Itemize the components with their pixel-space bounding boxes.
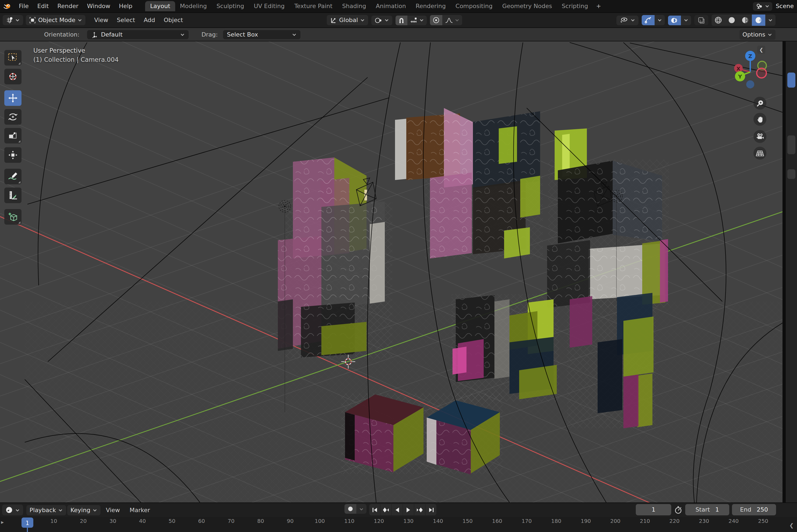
timeline-ruler[interactable]: 1020304050607080901001101201301401501601…: [0, 517, 797, 532]
tab-rendering[interactable]: Rendering: [411, 1, 451, 11]
eye-cursor-icon: [620, 17, 628, 23]
menu-file[interactable]: File: [15, 1, 33, 11]
snap-settings-dropdown[interactable]: [407, 15, 427, 25]
view-name-overlay: User Perspective: [33, 46, 119, 55]
orientation-dropdown[interactable]: Default: [87, 30, 189, 39]
viewport-menu-view[interactable]: View: [90, 15, 113, 25]
jump-to-start-button[interactable]: [369, 504, 380, 515]
play-button[interactable]: [403, 504, 414, 515]
timeline-menu-view[interactable]: View: [101, 505, 124, 515]
menu-edit[interactable]: Edit: [33, 1, 53, 11]
proportional-edit-toggle[interactable]: [430, 15, 442, 25]
tool-rotate[interactable]: [4, 109, 21, 125]
shading-solid-button[interactable]: [725, 15, 738, 26]
shading-rendered-button[interactable]: [752, 15, 765, 26]
shading-material-button[interactable]: [738, 15, 752, 26]
viewport-canvas[interactable]: User Perspective (1) Collection | Camera…: [0, 41, 782, 502]
chevron-down-icon: [15, 18, 20, 23]
scene-browse-button[interactable]: [753, 2, 773, 11]
nav-zoom-button[interactable]: [754, 97, 766, 110]
jump-to-end-button[interactable]: [425, 504, 436, 515]
snap-toggle[interactable]: [396, 15, 407, 25]
tab-shading[interactable]: Shading: [337, 1, 371, 11]
gizmo-dropdown[interactable]: [654, 16, 665, 24]
ruler-tick-140: 140: [433, 518, 443, 524]
tab-scripting[interactable]: Scripting: [557, 1, 593, 11]
timeline-editor-type-button[interactable]: [2, 505, 23, 515]
xray-toggle[interactable]: [694, 15, 708, 25]
tool-cursor[interactable]: [4, 69, 21, 84]
shading-dropdown[interactable]: [765, 16, 776, 24]
tab-compositing[interactable]: Compositing: [451, 1, 497, 11]
chevron-down-icon: [767, 32, 772, 37]
tool-annotate[interactable]: [4, 169, 21, 184]
svg-text:Y: Y: [738, 73, 742, 80]
add-workspace-button[interactable]: +: [593, 1, 604, 11]
frame-end-field[interactable]: End250: [732, 504, 776, 515]
nav-camera-view-button[interactable]: [754, 130, 766, 143]
transform-orientation-dropdown[interactable]: Global: [327, 15, 368, 25]
viewport-menu-add[interactable]: Add: [139, 15, 159, 25]
ruler-right-arrow[interactable]: ❮: [789, 522, 794, 528]
mode-dropdown[interactable]: Object Mode: [26, 15, 86, 25]
ruler-tick-240: 240: [728, 518, 739, 524]
tool-settings-bar: Orientation: Default Drag: Select Box Op…: [0, 28, 797, 41]
chevron-down-icon: [630, 18, 635, 23]
shading-wireframe-button[interactable]: [711, 15, 725, 26]
blender-logo-icon[interactable]: [3, 3, 11, 10]
svg-text:X: X: [737, 66, 740, 72]
nav-toggle-projection-button[interactable]: [754, 147, 766, 159]
viewport-menu-object[interactable]: Object: [159, 15, 187, 25]
overlays-dropdown[interactable]: [681, 16, 691, 24]
show-gizmo-toggle[interactable]: [642, 15, 654, 25]
ruler-tick-120: 120: [374, 518, 384, 524]
ruler-left-arrow[interactable]: ▸: [1, 519, 4, 525]
tab-sculpting[interactable]: Sculpting: [212, 1, 249, 11]
tab-animation[interactable]: Animation: [371, 1, 411, 11]
scrollbar-thumb[interactable]: [787, 169, 795, 179]
stopwatch-icon[interactable]: [674, 506, 683, 514]
region-divider[interactable]: [782, 41, 786, 502]
previous-keyframe-button[interactable]: [380, 504, 392, 515]
scene-name[interactable]: Scene: [776, 3, 794, 10]
scrollbar-thumb[interactable]: [787, 135, 795, 154]
frame-start-field[interactable]: Start1: [685, 504, 729, 515]
show-object-types-dropdown[interactable]: [616, 15, 639, 25]
current-frame-field[interactable]: 1: [636, 504, 671, 515]
timeline-keying-dropdown[interactable]: Keying: [67, 505, 100, 515]
timeline-menu-marker[interactable]: Marker: [125, 505, 154, 515]
viewport-render: [0, 41, 782, 502]
editor-type-button[interactable]: [3, 15, 23, 25]
pivot-point-dropdown[interactable]: [372, 15, 392, 25]
tab-geometry-nodes[interactable]: Geometry Nodes: [497, 1, 557, 11]
tool-measure[interactable]: [4, 188, 21, 203]
auto-keying-dropdown[interactable]: [356, 505, 366, 513]
auto-keying-toggle[interactable]: [344, 504, 356, 514]
play-reverse-button[interactable]: [392, 504, 403, 515]
chevron-down-icon: [359, 507, 364, 511]
tab-modeling[interactable]: Modeling: [175, 1, 212, 11]
sidebar-toggle[interactable]: ❮: [757, 46, 765, 54]
proportional-falloff-dropdown[interactable]: [442, 15, 462, 25]
tool-add-cube[interactable]: [4, 209, 21, 225]
tab-texture-paint[interactable]: Texture Paint: [289, 1, 337, 11]
show-overlays-toggle[interactable]: [668, 15, 681, 25]
timeline-playback-dropdown[interactable]: Playback: [26, 505, 66, 515]
drag-dropdown[interactable]: Select Box: [223, 30, 300, 39]
tab-uv-editing[interactable]: UV Editing: [249, 1, 289, 11]
tool-transform[interactable]: [4, 147, 21, 163]
tool-select-box[interactable]: [4, 50, 21, 65]
menu-help[interactable]: Help: [115, 1, 137, 11]
playhead[interactable]: 1: [21, 517, 33, 528]
tool-scale[interactable]: [4, 128, 21, 144]
viewport-menu-select[interactable]: Select: [113, 15, 139, 25]
tool-move[interactable]: [4, 90, 21, 106]
next-keyframe-button[interactable]: [414, 504, 425, 515]
menu-render[interactable]: Render: [53, 1, 82, 11]
tab-layout[interactable]: Layout: [145, 1, 175, 11]
menu-window[interactable]: Window: [83, 1, 115, 11]
nav-pan-button[interactable]: [754, 113, 766, 126]
ruler-tick-180: 180: [551, 518, 561, 524]
scrollbar-thumb-active[interactable]: [787, 73, 795, 88]
options-dropdown[interactable]: Options: [739, 29, 776, 39]
